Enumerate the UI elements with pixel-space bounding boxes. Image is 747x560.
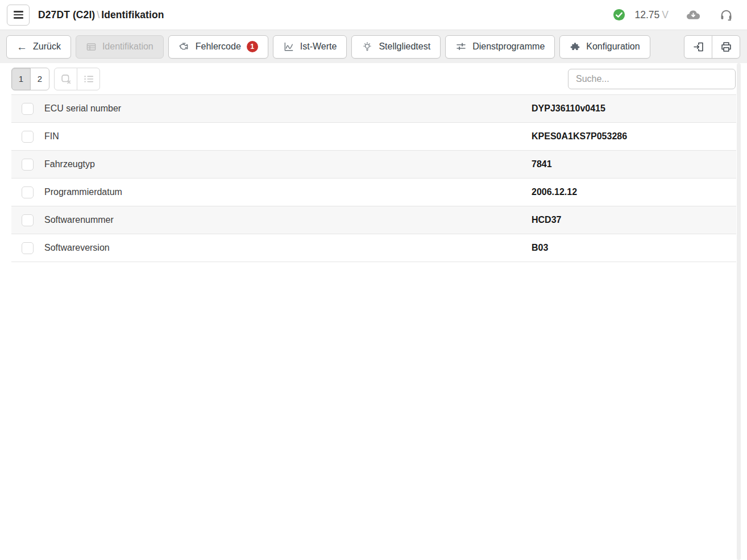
row-checkbox[interactable] xyxy=(22,186,34,198)
engine-icon xyxy=(179,41,190,52)
breadcrumb-page: Identifikation xyxy=(101,9,164,20)
row-value: 7841 xyxy=(532,159,552,169)
print-button[interactable] xyxy=(712,35,740,59)
vertical-scrollbar[interactable] xyxy=(737,63,741,560)
back-button-label: Zurück xyxy=(33,42,61,52)
voltage-unit: V xyxy=(662,9,669,20)
battery-voltage: 12.75V xyxy=(635,9,669,21)
selection-tools-group xyxy=(54,68,100,90)
page-button-2[interactable]: 2 xyxy=(30,68,49,90)
row-checkbox[interactable] xyxy=(22,242,34,254)
tab-label: Stellgliedtest xyxy=(379,42,430,52)
breadcrumb: D27DT (C2I)\Identifikation xyxy=(38,9,164,21)
tab-konfiguration[interactable]: Konfiguration xyxy=(559,35,650,59)
tab-stellgliedtest[interactable]: Stellgliedtest xyxy=(351,35,441,59)
row-label: Softwareversion xyxy=(44,243,110,253)
tab-dienstprogramme[interactable]: Dienstprogramme xyxy=(445,35,555,59)
export-report-button[interactable] xyxy=(684,35,712,59)
connection-ok-check-circle-icon xyxy=(613,9,625,21)
row-label: FIN xyxy=(44,131,59,142)
table-icon xyxy=(86,42,97,52)
list-icon xyxy=(77,68,100,90)
row-label: ECU serial number xyxy=(44,103,121,114)
breadcrumb-device: D27DT (C2I) xyxy=(38,9,95,20)
table-row[interactable]: ECU serial number DYPJ36110v0415 xyxy=(11,95,736,123)
row-checkbox[interactable] xyxy=(22,214,34,226)
row-checkbox[interactable] xyxy=(22,103,34,115)
row-value: DYPJ36110v0415 xyxy=(532,103,605,114)
row-label: Softwarenummer xyxy=(44,215,114,225)
tab-label: Dienstprogramme xyxy=(472,42,545,52)
table-row[interactable]: FIN KPES0A1KS7P053286 xyxy=(11,123,736,151)
table-row[interactable]: Softwareversion B03 xyxy=(11,234,736,262)
header-status-area: 12.75V xyxy=(613,7,739,23)
bulb-icon xyxy=(362,41,373,52)
export-icon xyxy=(692,41,704,53)
row-value: HCD37 xyxy=(532,215,561,225)
chart-line-icon xyxy=(283,41,294,52)
tab-label: Ist-Werte xyxy=(300,42,337,52)
row-checkbox[interactable] xyxy=(22,131,34,143)
row-value: B03 xyxy=(532,243,548,253)
voltage-value: 12.75 xyxy=(635,9,660,20)
back-button[interactable]: ← Zurück xyxy=(6,35,71,59)
row-value: 2006.12.12 xyxy=(532,187,577,197)
left-arrow-icon: ← xyxy=(16,42,27,52)
error-count-badge: 1 xyxy=(247,41,258,52)
headset-icon[interactable] xyxy=(719,8,733,22)
tab-label: Identifikation xyxy=(102,42,153,52)
puzzle-icon xyxy=(570,42,580,52)
tab-identifikation: Identifikation xyxy=(76,35,164,59)
hamburger-menu-button[interactable] xyxy=(7,5,30,26)
row-value: KPES0A1KS7P053286 xyxy=(532,131,627,142)
tab-label: Fehlercode xyxy=(196,42,241,52)
print-icon xyxy=(720,41,732,53)
tab-label: Konfiguration xyxy=(586,42,640,52)
row-label: Programmierdatum xyxy=(44,187,122,197)
tab-ist-werte[interactable]: Ist-Werte xyxy=(273,35,347,59)
page-button-1[interactable]: 1 xyxy=(11,68,31,90)
identification-table: ECU serial number DYPJ36110v0415 FIN KPE… xyxy=(11,94,736,262)
pagination: 1 2 xyxy=(11,68,49,90)
deselect-icon xyxy=(54,68,77,90)
search-input[interactable] xyxy=(568,69,736,89)
diagnostic-app-window: D27DT (C2I)\Identifikation 12.75V xyxy=(0,0,747,560)
table-row[interactable]: Softwarenummer HCD37 xyxy=(11,206,736,234)
toolbar: ← Zurück Identifikation Fehlercode 1 Ist… xyxy=(0,30,747,63)
row-label: Fahrzeugtyp xyxy=(44,159,95,169)
list-controls-bar: 1 2 xyxy=(0,63,747,94)
row-checkbox[interactable] xyxy=(22,159,34,171)
toolbar-action-group xyxy=(684,35,740,59)
table-row[interactable]: Programmierdatum 2006.12.12 xyxy=(11,179,736,206)
sliders-icon xyxy=(455,41,467,52)
tab-fehlercode[interactable]: Fehlercode 1 xyxy=(168,35,268,59)
table-row[interactable]: Fahrzeugtyp 7841 xyxy=(11,151,736,179)
header-bar: D27DT (C2I)\Identifikation 12.75V xyxy=(0,0,747,30)
breadcrumb-separator: \ xyxy=(95,9,101,20)
cloud-download-icon[interactable] xyxy=(686,7,701,23)
